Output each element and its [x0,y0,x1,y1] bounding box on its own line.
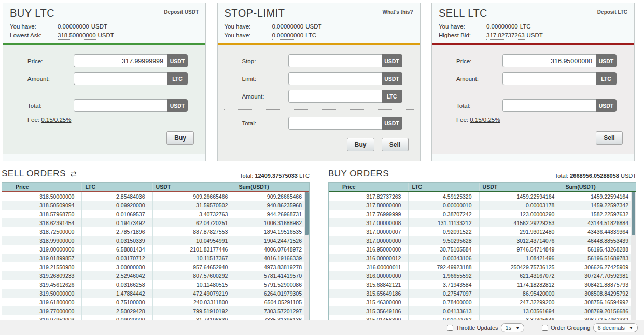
usdt-cell[interactable]: 13.03561694 [479,306,562,315]
buy-price-input[interactable] [74,54,167,67]
price-cell[interactable]: 315.46300000 [329,298,409,306]
buy-order-row[interactable]: 317.00000000 9.50295628 3012.43714076 46… [329,236,636,245]
price-cell[interactable]: 318.50509094 [2,201,82,210]
ltc-cell[interactable]: 3.71943584 [409,280,479,289]
order-grouping-checkbox[interactable] [542,325,548,331]
usdt-cell[interactable]: 247.32299200 [479,298,562,306]
buy-button[interactable]: Buy [166,131,194,145]
sell-order-row[interactable]: 318.99900000 0.03150339 10.04954991 1904… [2,236,309,245]
swap-columns-icon[interactable]: ⇄ [70,169,77,178]
sum-cell[interactable]: 46448.88553439 [562,236,636,245]
ltc-cell[interactable]: 792.49923188 [409,262,479,271]
usdt-cell[interactable]: 1174.18282812 [479,280,562,289]
usdt-cell[interactable]: 909.26665466 [152,192,235,201]
usdt-cell[interactable]: 9746.54714849 [479,245,562,254]
price-cell[interactable]: 319.77000000 [2,306,82,315]
usdt-cell[interactable]: 10.11480515 [152,280,235,289]
sum-cell[interactable]: 909.26665466 [235,192,309,201]
throttle-interval-dropdown[interactable]: 1s ▼ [501,323,525,332]
ltc-cell[interactable]: 9.50295628 [409,236,479,245]
sum-cell[interactable]: 1006.31688982 [235,218,309,227]
sum-cell[interactable]: 307247.70592981 [562,271,636,280]
buy-order-row[interactable]: 315.46300000 0.78400000 247.32299200 308… [329,298,636,306]
sum-cell[interactable]: 43144.51826884 [562,218,636,227]
price-cell[interactable]: 316.00000011 [329,262,409,271]
sell-order-row[interactable]: 319.01899857 0.03170712 10.11517367 4016… [2,254,309,262]
price-cell[interactable]: 317.82737263 [329,192,409,201]
usdt-cell[interactable]: 62.04720251 [152,218,235,227]
price-cell[interactable]: 318.57968750 [2,210,82,218]
sum-cell[interactable]: 308508.84295792 [562,289,636,298]
price-cell[interactable]: 316.00000012 [329,254,409,262]
buy-order-row[interactable]: 315.65649186 0.27547097 86.95420000 3085… [329,289,636,298]
balance-value[interactable]: 0.00000000 [486,22,518,31]
price-cell[interactable]: 319.61800000 [2,298,82,306]
sell-amount-input[interactable] [502,72,596,85]
ltc-cell[interactable]: 3.00000000 [82,262,152,271]
ltc-cell[interactable]: 4.59125320 [409,192,479,201]
usdt-cell[interactable]: 10.04954991 [152,236,235,245]
ltc-cell[interactable]: 0.19473492 [82,218,152,227]
ltc-cell[interactable]: 0.03150339 [82,236,152,245]
price-cell[interactable]: 319.21550980 [2,262,82,271]
buy-order-row[interactable]: 316.00000000 1.96655592 621.43167072 307… [329,271,636,280]
sum-cell[interactable]: 308769.20156686 [562,306,636,315]
sum-cell[interactable]: 43436.44839364 [562,227,636,236]
ltc-cell[interactable]: 2.85484036 [82,192,152,201]
sum-cell[interactable]: 4973.83819278 [235,262,309,271]
sell-order-row[interactable]: 318.57968750 0.01069537 3.40732763 944.2… [2,210,309,218]
buy-order-row[interactable]: 317.80000000 0.00000010 0.00003178 1459.… [329,201,636,210]
balance-value[interactable]: 0.00000000 [58,22,89,31]
ltc-cell[interactable]: 6.58881434 [82,245,152,254]
ltc-cell[interactable]: 1.96655592 [409,271,479,280]
price-cell[interactable]: 318.50000000 [2,192,82,201]
price-cell[interactable]: 319.26809233 [2,271,82,280]
sell-button[interactable]: Sell [596,131,623,145]
sum-cell[interactable]: 1582.22597632 [562,210,636,218]
usdt-cell[interactable]: 2101.83177446 [152,245,235,254]
usdt-cell[interactable]: 31.59570502 [152,201,235,210]
buy-order-row[interactable]: 317.76999999 0.38707242 123.00000290 158… [329,210,636,218]
sell-order-row[interactable]: 319.61800000 0.75100000 240.03311800 650… [2,298,309,306]
sell-order-row[interactable]: 318.50000000 2.85484036 909.26665466 909… [2,192,309,201]
usdt-cell[interactable]: 472.49079219 [152,289,235,298]
sell-order-row[interactable]: 319.77000000 2.50029428 799.51910192 730… [2,306,309,315]
ltc-cell[interactable]: 2.78571896 [82,227,152,236]
price-cell[interactable]: 319.50000000 [2,289,82,298]
ltc-cell[interactable]: 0.00000010 [409,201,479,210]
price-cell[interactable]: 316.95000000 [329,245,409,254]
ltc-cell[interactable]: 2.52946042 [82,271,152,280]
usdt-cell[interactable]: 41562.29229253 [479,218,562,227]
sell-price-input[interactable] [502,54,596,67]
sum-cell[interactable]: 4006.07648972 [235,245,309,254]
deposit-ltc-link[interactable]: Deposit LTC [597,9,627,15]
usdt-cell[interactable]: 123.00000290 [479,210,562,218]
balance-value[interactable]: 318.50000000 [58,31,96,40]
price-cell[interactable]: 319.45612626 [2,280,82,289]
balance-value[interactable]: 0.00000000 [272,22,304,31]
usdt-cell[interactable]: 799.51910192 [152,306,235,315]
price-cell[interactable]: 316.00000000 [329,271,409,280]
usdt-cell[interactable]: 887.87827553 [152,227,235,236]
ltc-cell[interactable]: 1.47884442 [82,289,152,298]
sell-order-row[interactable]: 318.50509094 0.09920000 31.59570502 940.… [2,201,309,210]
sell-order-row[interactable]: 319.00000000 6.58881434 2101.83177446 40… [2,245,309,254]
sell-total-input[interactable] [502,99,596,112]
price-cell[interactable]: 318.62391454 [2,218,82,227]
buy-order-row[interactable]: 316.95000000 30.75105584 9746.54714849 5… [329,245,636,254]
price-cell[interactable]: 315.65649186 [329,289,409,298]
sum-cell[interactable]: 308756.16594992 [562,298,636,306]
sum-cell[interactable]: 56195.43268288 [562,245,636,254]
price-cell[interactable]: 315.35649186 [329,306,409,315]
price-cell[interactable]: 317.00000007 [329,227,409,236]
buy-order-row[interactable]: 317.00000008 131.11133212 41562.29229253… [329,218,636,227]
scrollbar[interactable] [304,192,309,335]
buy-total-input[interactable] [74,99,167,112]
whats-this-link[interactable]: What's this? [382,9,413,15]
sum-cell[interactable]: 4016.19166339 [235,254,309,262]
sum-cell[interactable]: 944.26968731 [235,210,309,218]
scrollbar-thumb[interactable] [632,192,635,235]
ltc-cell[interactable]: 0.01069537 [82,210,152,218]
sum-cell[interactable]: 56196.51689783 [562,254,636,262]
usdt-cell[interactable]: 957.64652940 [152,262,235,271]
